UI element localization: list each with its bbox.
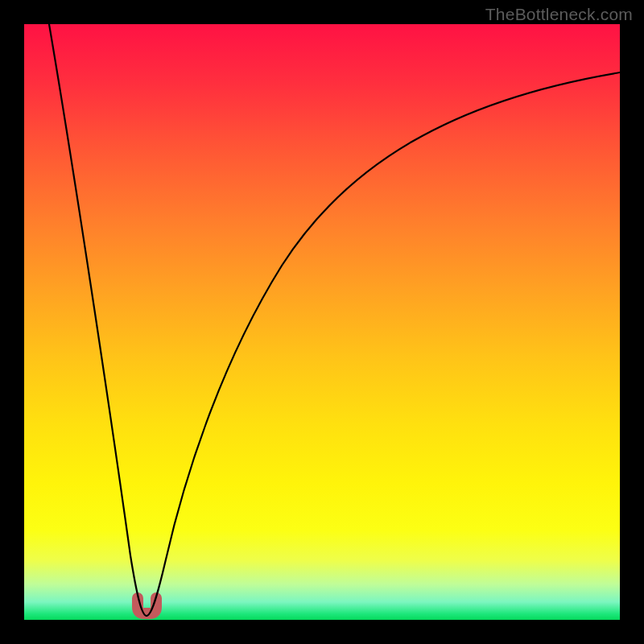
chart-frame: TheBottleneck.com: [0, 0, 644, 644]
bottleneck-curve-right: [147, 72, 620, 616]
plot-area: [24, 24, 620, 620]
bottleneck-curve-left: [49, 24, 147, 616]
curve-layer: [24, 24, 620, 620]
watermark-text: TheBottleneck.com: [485, 5, 633, 24]
